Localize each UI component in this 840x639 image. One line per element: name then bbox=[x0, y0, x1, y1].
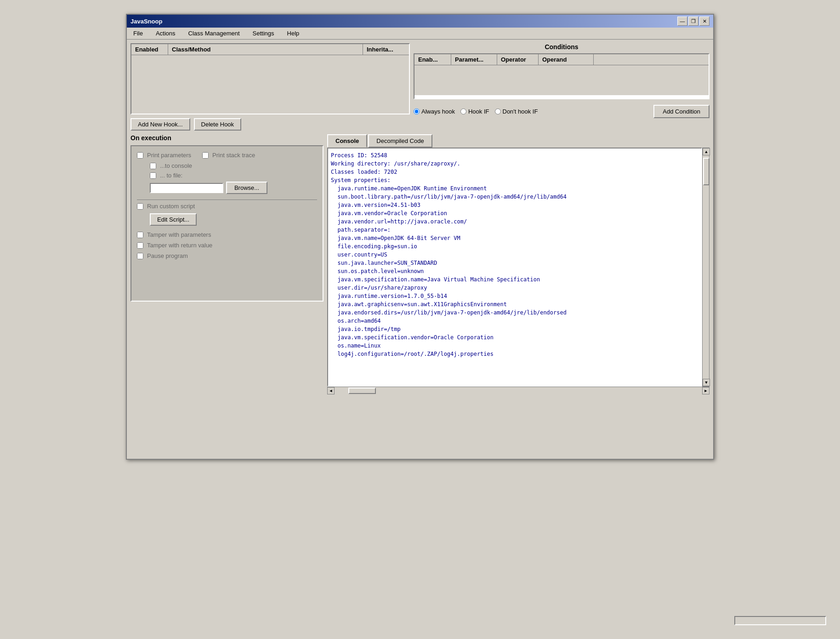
delete-hook-button[interactable]: Delete Hook bbox=[194, 118, 242, 131]
title-bar: JavaSnoop — ❐ ✕ bbox=[127, 15, 713, 28]
tab-decompiled-code[interactable]: Decompiled Code bbox=[368, 134, 432, 148]
radio-always-hook-label: Always hook bbox=[421, 108, 455, 115]
to-file-checkbox[interactable] bbox=[150, 172, 156, 179]
cond-col-enable: Enab... bbox=[414, 54, 451, 65]
scroll-left-button[interactable]: ◄ bbox=[327, 387, 335, 394]
tab-console[interactable]: Console bbox=[327, 134, 367, 148]
tamper-return-row: Tamper with return value bbox=[137, 242, 317, 249]
conditions-panel: Conditions Enab... Paramet... Operator O… bbox=[414, 43, 709, 120]
conditions-table-header: Enab... Paramet... Operator Operand bbox=[414, 54, 709, 65]
hooks-body bbox=[131, 55, 409, 110]
main-content: Enabled Class/Method Inherita... Add New… bbox=[127, 40, 713, 398]
file-path-input[interactable] bbox=[150, 183, 223, 193]
on-execution-section: On execution Print parameters Print stac… bbox=[131, 134, 709, 394]
print-parameters-label: Print parameters bbox=[147, 152, 191, 159]
menu-settings[interactable]: Settings bbox=[250, 29, 277, 38]
cond-col-extra bbox=[594, 54, 709, 65]
print-stack-trace-checkbox[interactable] bbox=[202, 152, 209, 159]
print-stack-trace-label: Print stack trace bbox=[212, 152, 255, 159]
pause-program-label: Pause program bbox=[147, 252, 188, 259]
hooks-table: Enabled Class/Method Inherita... bbox=[131, 43, 410, 114]
menu-file[interactable]: File bbox=[131, 29, 146, 38]
to-console-row: ...to console bbox=[150, 162, 317, 169]
scroll-down-button[interactable]: ▼ bbox=[703, 379, 710, 386]
radio-group: Always hook Hook IF Don't hook IF bbox=[414, 108, 538, 115]
console-scroll-wrapper: Process ID: 52548 Working directory: /us… bbox=[327, 148, 709, 387]
radio-always-hook-input[interactable] bbox=[414, 108, 420, 114]
scroll-track-h bbox=[335, 387, 702, 394]
radio-hook-if[interactable]: Hook IF bbox=[460, 108, 489, 115]
menu-bar: File Actions Class Management Settings H… bbox=[127, 28, 713, 40]
radio-always-hook[interactable]: Always hook bbox=[414, 108, 455, 115]
tamper-return-checkbox[interactable] bbox=[137, 242, 143, 249]
browse-button[interactable]: Browse... bbox=[226, 182, 267, 194]
tamper-parameters-row: Tamper with parameters bbox=[137, 231, 317, 238]
radio-hook-if-label: Hook IF bbox=[468, 108, 489, 115]
print-parameters-checkbox[interactable] bbox=[137, 152, 143, 159]
scroll-thumb-v[interactable] bbox=[703, 158, 709, 185]
radio-dont-hook-if-input[interactable] bbox=[495, 108, 501, 114]
conditions-controls: Always hook Hook IF Don't hook IF Add Co… bbox=[414, 103, 709, 120]
radio-dont-hook-if-label: Don't hook IF bbox=[503, 108, 538, 115]
scroll-right-button[interactable]: ► bbox=[702, 387, 709, 394]
vertical-scrollbar[interactable]: ▲ ▼ bbox=[702, 148, 709, 387]
tabs: Console Decompiled Code bbox=[327, 134, 709, 148]
title-bar-controls: — ❐ ✕ bbox=[677, 17, 709, 26]
hooks-col-enabled: Enabled bbox=[131, 44, 168, 55]
menu-actions[interactable]: Actions bbox=[153, 29, 178, 38]
radio-dont-hook-if[interactable]: Don't hook IF bbox=[495, 108, 538, 115]
tamper-parameters-checkbox[interactable] bbox=[137, 232, 143, 238]
scroll-up-button[interactable]: ▲ bbox=[703, 148, 710, 155]
conditions-table: Enab... Paramet... Operator Operand bbox=[414, 53, 709, 99]
execution-options: Print parameters Print stack trace ...to… bbox=[131, 145, 324, 302]
add-new-hook-button[interactable]: Add New Hook... bbox=[131, 118, 190, 131]
hooks-col-classmethod: Class/Method bbox=[168, 44, 363, 55]
console-area[interactable]: Process ID: 52548 Working directory: /us… bbox=[327, 148, 702, 387]
scroll-track-v bbox=[703, 155, 709, 379]
cond-col-operand: Operand bbox=[539, 54, 594, 65]
to-file-row: ... to file: bbox=[150, 172, 317, 179]
pause-program-checkbox[interactable] bbox=[137, 253, 143, 259]
hooks-col-inherita: Inherita... bbox=[363, 44, 409, 55]
cond-col-param: Paramet... bbox=[451, 54, 497, 65]
radio-hook-if-input[interactable] bbox=[460, 108, 466, 114]
hooks-panel: Enabled Class/Method Inherita... Add New… bbox=[131, 43, 410, 131]
run-custom-script-label: Run custom script bbox=[147, 203, 195, 210]
tamper-return-label: Tamper with return value bbox=[147, 242, 212, 249]
add-condition-button[interactable]: Add Condition bbox=[653, 105, 709, 118]
run-custom-script-row: Run custom script bbox=[137, 203, 317, 210]
menu-class-management[interactable]: Class Management bbox=[186, 29, 243, 38]
console-panel: Console Decompiled Code Process ID: 5254… bbox=[327, 134, 709, 394]
to-console-label: ...to console bbox=[160, 162, 192, 169]
main-window: JavaSnoop — ❐ ✕ File Actions Class Manag… bbox=[126, 14, 714, 460]
execution-panel: On execution Print parameters Print stac… bbox=[131, 134, 324, 302]
on-execution-title: On execution bbox=[131, 134, 324, 142]
cond-col-op: Operator bbox=[497, 54, 539, 65]
horizontal-scrollbar[interactable]: ◄ ► bbox=[327, 387, 709, 394]
conditions-title: Conditions bbox=[414, 43, 709, 51]
pause-program-row: Pause program bbox=[137, 252, 317, 259]
window-title: JavaSnoop bbox=[131, 18, 162, 25]
conditions-body bbox=[414, 65, 709, 95]
console-text: Process ID: 52548 Working directory: /us… bbox=[328, 148, 701, 361]
minimize-button[interactable]: — bbox=[677, 17, 687, 26]
to-console-checkbox[interactable] bbox=[150, 163, 156, 169]
close-button[interactable]: ✕ bbox=[699, 17, 709, 26]
hook-buttons: Add New Hook... Delete Hook bbox=[131, 118, 410, 131]
file-browse-row: Browse... bbox=[150, 182, 317, 194]
run-custom-script-checkbox[interactable] bbox=[137, 203, 143, 210]
edit-script-button[interactable]: Edit Script... bbox=[150, 213, 197, 226]
restore-button[interactable]: ❐ bbox=[688, 17, 698, 26]
top-section: Enabled Class/Method Inherita... Add New… bbox=[131, 43, 709, 131]
tamper-parameters-label: Tamper with parameters bbox=[147, 231, 211, 238]
status-bar bbox=[734, 616, 826, 625]
hooks-table-header: Enabled Class/Method Inherita... bbox=[131, 44, 409, 55]
menu-help[interactable]: Help bbox=[284, 29, 302, 38]
to-file-label: ... to file: bbox=[160, 172, 182, 179]
print-row: Print parameters Print stack trace bbox=[137, 152, 317, 159]
scroll-thumb-h[interactable] bbox=[348, 388, 376, 394]
console-container: Process ID: 52548 Working directory: /us… bbox=[327, 148, 709, 394]
